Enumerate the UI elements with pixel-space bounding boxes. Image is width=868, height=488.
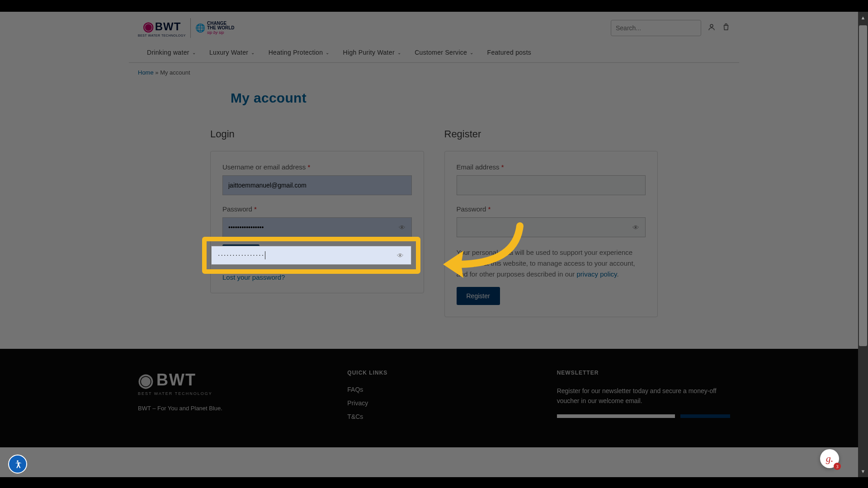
username-input[interactable] xyxy=(222,175,412,195)
drop-icon: ◉ xyxy=(138,370,155,390)
scroll-down-icon[interactable]: ▼ xyxy=(859,467,867,475)
reg-email-input[interactable] xyxy=(457,175,646,195)
footer-tagline: BWT – For You and Planet Blue. xyxy=(138,405,311,412)
drop-icon: ◉ xyxy=(143,19,154,34)
accessibility-button[interactable] xyxy=(8,455,27,474)
footer: ◉BWT BEST WATER TECHNOLOGY BWT – For You… xyxy=(0,349,868,447)
grammarly-glyph: g. xyxy=(826,453,834,465)
password-dots: ················ xyxy=(218,251,264,259)
nav-featured-posts[interactable]: Featured posts xyxy=(487,49,532,56)
svg-point-0 xyxy=(710,24,713,27)
chevron-down-icon: ⌄ xyxy=(326,50,329,55)
grammarly-widget[interactable]: g. 3 xyxy=(820,449,839,468)
newsletter-input[interactable] xyxy=(557,414,675,418)
globe-icon: 🌐 xyxy=(195,23,205,33)
privacy-policy-link[interactable]: privacy policy xyxy=(577,270,617,278)
topbar: ◉BWT BEST WATER TECHNOLOGY 🌐 CHANGE THE … xyxy=(138,12,730,44)
nav-heating-protection[interactable]: Heating Protection⌄ xyxy=(269,49,330,56)
svg-point-1 xyxy=(17,460,19,462)
logo-sub: BEST WATER TECHNOLOGY xyxy=(138,34,186,37)
account-icon[interactable] xyxy=(708,23,716,33)
nav-customer-service[interactable]: Customer Service⌄ xyxy=(415,49,473,56)
breadcrumb-sep: » xyxy=(155,69,158,76)
chevron-down-icon: ⌄ xyxy=(251,50,255,55)
footer-link-faqs[interactable]: FAQs xyxy=(347,386,520,393)
logo-change-2: THE WORLD xyxy=(207,26,235,30)
logo[interactable]: ◉BWT BEST WATER TECHNOLOGY 🌐 CHANGE THE … xyxy=(138,18,234,38)
footer-link-tcs[interactable]: T&Cs xyxy=(347,413,520,420)
login-heading: Login xyxy=(210,128,424,140)
quick-links-heading: QUICK LINKS xyxy=(347,370,520,376)
reg-password-label: Password * xyxy=(457,205,646,213)
main-nav: Drinking water⌄ Luxury Water⌄ Heating Pr… xyxy=(129,44,739,63)
breadcrumb: Home » My account xyxy=(138,63,730,82)
password-input[interactable] xyxy=(222,217,412,237)
nav-high-purity-water[interactable]: High Purity Water⌄ xyxy=(343,49,401,56)
eye-icon[interactable]: 👁 xyxy=(397,252,405,259)
logo-text: BWT xyxy=(155,20,181,33)
search-input[interactable] xyxy=(611,20,701,36)
logo-change-3: sip by sip xyxy=(207,30,235,35)
scroll-up-icon[interactable]: ▲ xyxy=(859,14,867,22)
newsletter-button[interactable] xyxy=(680,414,730,418)
highlight-password-field: ················ 👁 xyxy=(202,237,420,274)
password-input-highlighted[interactable]: ················ 👁 xyxy=(211,246,411,265)
page-title: My account xyxy=(231,90,730,106)
chevron-down-icon: ⌄ xyxy=(397,50,401,55)
logo-divider xyxy=(190,18,191,38)
register-button[interactable]: Register xyxy=(457,287,500,305)
footer-logo-text: BWT xyxy=(156,371,196,389)
chevron-down-icon: ⌄ xyxy=(192,50,196,55)
username-label: Username or email address * xyxy=(222,163,412,171)
nav-drinking-water[interactable]: Drinking water⌄ xyxy=(147,49,196,56)
scrollbar[interactable]: ▲ ▼ xyxy=(858,12,868,477)
breadcrumb-home[interactable]: Home xyxy=(138,69,154,76)
newsletter-heading: NEWSLETTER xyxy=(557,370,730,376)
breadcrumb-current: My account xyxy=(160,69,190,76)
reg-email-label: Email address * xyxy=(457,163,646,171)
register-heading: Register xyxy=(444,128,658,140)
scrollbar-thumb[interactable] xyxy=(859,25,867,346)
footer-logo-sub: BEST WATER TECHNOLOGY xyxy=(138,391,311,396)
cart-icon[interactable] xyxy=(722,23,730,33)
lost-password-link[interactable]: Lost your password? xyxy=(222,273,412,281)
nav-luxury-water[interactable]: Luxury Water⌄ xyxy=(209,49,255,56)
grammarly-badge: 3 xyxy=(834,463,841,470)
tutorial-arrow-icon xyxy=(434,221,533,285)
footer-link-privacy[interactable]: Privacy xyxy=(347,399,520,407)
newsletter-text: Register for our newsletter today and se… xyxy=(557,386,730,406)
chevron-down-icon: ⌄ xyxy=(470,50,473,55)
password-label: Password * xyxy=(222,205,412,213)
